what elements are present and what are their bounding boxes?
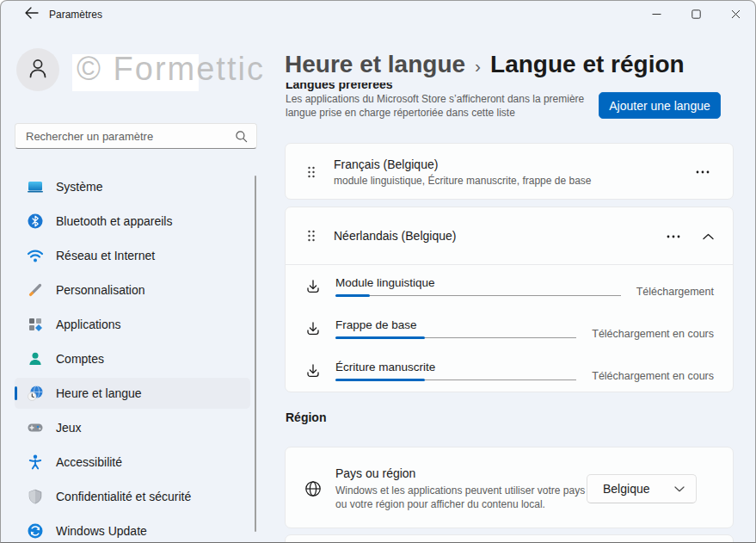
sidebar-scrollbar[interactable] — [255, 176, 256, 532]
language-card-neerlandais: Néerlandais (Belgique) Module linguistiq… — [285, 207, 734, 392]
download-icon — [304, 320, 322, 337]
download-status: Téléchargement en cours — [592, 318, 714, 340]
download-row-ecriture-manuscrite: Écriture manuscrite Téléchargement en co… — [286, 349, 733, 392]
windows-update-icon — [27, 522, 44, 540]
minimize-button[interactable] — [636, 1, 676, 28]
sidebar-item-personnalisation[interactable]: Personnalisation — [15, 275, 250, 305]
person-icon — [25, 55, 51, 84]
sidebar-item-label: Bluetooth et appareils — [56, 214, 172, 228]
country-dropdown[interactable]: Belgique — [587, 474, 697, 503]
language-row[interactable]: Français (Belgique) module linguistique,… — [286, 144, 733, 201]
sidebar-item-label: Windows Update — [56, 524, 147, 538]
close-button[interactable] — [716, 1, 755, 28]
maximize-icon — [691, 7, 701, 22]
download-status: Téléchargement — [636, 275, 714, 298]
search-icon — [235, 130, 248, 143]
download-icon — [304, 278, 322, 295]
search-input[interactable] — [15, 130, 235, 143]
more-options-button[interactable] — [691, 164, 714, 180]
sidebar-item-label: Accessibilité — [56, 455, 122, 469]
personalization-icon — [27, 281, 44, 299]
accessibility-icon — [27, 454, 44, 471]
drag-handle-icon[interactable] — [303, 166, 320, 178]
download-row-frappe-de-base: Frappe de base Téléchargement en cours — [286, 307, 733, 349]
language-features: module linguistique, Écriture manuscrite… — [334, 175, 592, 187]
breadcrumb: Heure et langue › Langue et région — [285, 51, 685, 78]
breadcrumb-separator-icon: › — [475, 56, 481, 77]
sidebar-item-accessibilite[interactable]: Accessibilité — [15, 447, 250, 478]
sidebar-item-jeux[interactable]: Jeux — [15, 412, 250, 443]
sidebar-item-applications[interactable]: Applications — [15, 309, 250, 340]
download-icon — [304, 362, 322, 379]
next-card-partial — [285, 534, 734, 543]
sidebar-item-label: Système — [56, 180, 102, 194]
sidebar-item-confidentialite[interactable]: Confidentialité et sécurité — [15, 481, 250, 512]
globe-icon — [304, 479, 323, 498]
breadcrumb-parent[interactable]: Heure et langue — [285, 51, 465, 78]
sidebar-item-label: Applications — [56, 318, 121, 331]
download-status: Téléchargement en cours — [592, 360, 714, 382]
sidebar-item-bluetooth[interactable]: Bluetooth et appareils — [15, 206, 250, 237]
bluetooth-icon — [27, 213, 44, 230]
gaming-icon — [27, 419, 44, 436]
privacy-shield-icon — [27, 488, 44, 505]
back-arrow-icon — [24, 7, 39, 22]
progress-bar — [335, 336, 576, 339]
window-controls — [636, 1, 755, 28]
sidebar-item-comptes[interactable]: Comptes — [15, 343, 250, 374]
section-title-langues-preferees: Langues préférées — [286, 83, 393, 91]
minimize-icon — [652, 7, 661, 22]
drag-handle-icon[interactable] — [303, 230, 320, 242]
sidebar-item-label: Jeux — [56, 421, 82, 435]
titlebar: Paramètres — [1, 1, 755, 28]
language-card-francais[interactable]: Français (Belgique) module linguistique,… — [285, 143, 734, 200]
sidebar-item-label: Confidentialité et sécurité — [56, 490, 191, 503]
chevron-down-icon — [674, 486, 685, 492]
download-label: Frappe de base — [335, 318, 576, 331]
progress-bar — [335, 378, 576, 381]
watermark-band — [72, 54, 199, 91]
time-language-icon — [27, 385, 44, 402]
country-region-row: Pays ou région Windows et les applicatio… — [286, 447, 733, 529]
window-title: Paramètres — [49, 9, 102, 21]
download-row-module-linguistique: Module linguistique Téléchargement — [286, 265, 733, 307]
setting-title: Pays ou région — [335, 466, 593, 480]
sidebar-item-reseau[interactable]: Réseau et Internet — [15, 240, 250, 271]
system-icon — [27, 178, 44, 195]
chevron-up-icon[interactable] — [697, 229, 719, 244]
sidebar-item-label: Réseau et Internet — [56, 249, 155, 262]
sidebar-item-heure-et-langue[interactable]: Heure et langue — [15, 378, 250, 409]
page-title: Langue et région — [490, 51, 685, 78]
close-icon — [731, 7, 741, 22]
maximize-button[interactable] — [676, 1, 716, 28]
download-label: Écriture manuscrite — [335, 361, 576, 373]
add-language-button[interactable]: Ajouter une langue — [599, 92, 721, 119]
section-description: Les applications du Microsoft Store s’af… — [286, 92, 593, 120]
country-dropdown-value: Belgique — [603, 482, 674, 496]
sidebar-item-label: Heure et langue — [56, 386, 142, 400]
accounts-icon — [27, 350, 44, 367]
settings-window: Paramètres © Formettic Heure et langue ›… — [0, 0, 756, 543]
search-box — [15, 123, 257, 149]
region-card: Pays ou région Windows et les applicatio… — [285, 447, 734, 528]
section-title-region: Région — [286, 410, 326, 424]
language-name: Néerlandais (Belgique) — [334, 229, 456, 243]
sidebar-nav: Système Bluetooth et appareils Réseau et… — [15, 171, 250, 543]
progress-bar — [335, 293, 621, 297]
language-row[interactable]: Néerlandais (Belgique) — [286, 207, 733, 265]
setting-description: Windows et les applications peuvent util… — [335, 484, 593, 511]
sidebar-item-label: Comptes — [56, 352, 104, 366]
network-icon — [27, 247, 44, 264]
download-label: Module linguistique — [335, 276, 621, 289]
sidebar-item-label: Personnalisation — [56, 283, 145, 297]
more-options-button[interactable] — [662, 229, 685, 244]
back-button[interactable] — [20, 5, 42, 24]
language-name: Français (Belgique) — [334, 157, 592, 171]
main-content: Langues préférées Les applications du Mi… — [285, 83, 756, 543]
sidebar-item-systeme[interactable]: Système — [15, 171, 250, 202]
user-avatar[interactable] — [16, 48, 59, 91]
sidebar-item-windows-update[interactable]: Windows Update — [15, 515, 250, 543]
apps-icon — [27, 316, 44, 333]
